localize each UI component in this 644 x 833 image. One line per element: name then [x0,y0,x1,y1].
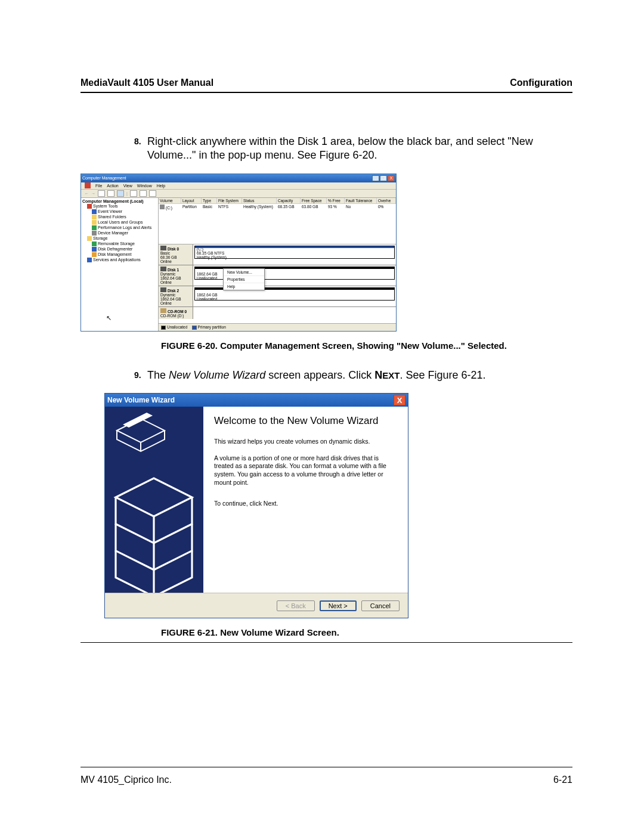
menu-new-volume[interactable]: New Volume... [224,269,264,276]
disk-row[interactable]: Disk 2Dynamic1862.64 GBOnline 1862.64 GB… [159,286,396,307]
menu-window[interactable]: Window [137,184,152,188]
tree-item: Storage [81,236,158,241]
wizard-sidebar [105,407,203,593]
minimize-button[interactable]: _ [372,175,379,181]
footer-left: MV 4105_Ciprico Inc. [80,775,172,785]
services-icon [87,258,92,262]
app-icon [85,182,91,188]
disk-icon [160,267,166,271]
wizard-heading: Welcome to the New Volume Wizard [214,415,397,427]
menu-help[interactable]: Help [224,283,264,290]
next-button[interactable]: Next > [320,600,357,611]
menu-view[interactable]: View [123,184,132,188]
disk-row[interactable]: CD-ROM 0CD-ROM (D:) [159,307,396,319]
header-rule [80,92,572,93]
page-footer: MV 4105_Ciprico Inc. 6-21 [80,767,572,785]
figure-6-20: Computer Management _ ❐ X File Action Vi… [80,174,572,332]
header-left: MediaVault 4105 User Manual [80,78,213,88]
cancel-button[interactable]: Cancel [361,600,400,611]
disk-stack-icon [111,413,197,593]
toolbar-button[interactable] [130,190,137,197]
wizard-p2: A volume is a portion of one or more har… [214,454,397,487]
disk-row[interactable]: Disk 1Dynamic1862.64 GBOnline 1862.64 GB… [159,265,396,286]
computer-management-window: Computer Management _ ❐ X File Action Vi… [80,174,397,332]
footer-rule [80,767,572,767]
tree-item: Disk Defragmenter [81,247,158,252]
wizard-p1: This wizard helps you create volumes on … [214,438,397,446]
toolbar-button[interactable] [140,190,147,197]
figure-6-21: New Volume Wizard X [104,393,572,618]
tree-item: Local Users and Groups [81,220,158,225]
volume-list: Volume Layout Type File System Status Ca… [159,198,396,244]
menu-file[interactable]: File [95,184,102,188]
nav-tree: Computer Management (Local) System Tools… [81,198,159,331]
toolbar-sep: | [126,191,128,196]
disk-icon [160,287,166,292]
step-8-text: Right-click anywhere within the Disk 1 a… [147,135,572,163]
wizard-button-row: < Back Next > Cancel [105,593,408,618]
toolbar-button[interactable] [107,190,114,197]
step-9: 9. The New Volume Wizard screen appears.… [80,368,572,382]
volume-icon [160,205,165,209]
maximize-button[interactable]: ❐ [380,175,387,181]
close-button[interactable]: X [394,395,405,405]
window-titlebar: Computer Management _ ❐ X [81,174,396,182]
toolbar: ← → | [81,190,396,198]
disk-row[interactable]: Disk 0Basic68.36 GBOnline (C:)68.35 GB N… [159,244,396,265]
header-right: Configuration [510,78,572,88]
legend-primary-icon [192,326,197,330]
defrag-icon [92,247,97,252]
folder-icon [87,236,92,241]
tree-root[interactable]: Computer Management (Local) [81,199,158,203]
disk-legend: Unallocated Primary partition [159,323,396,331]
tree-item: Shared Folders [81,215,158,219]
wizard-title: New Volume Wizard [107,396,175,404]
step-8: 8. Right-click anywhere within the Disk … [80,135,572,163]
partition-bar [195,246,394,248]
close-button[interactable]: X [388,175,395,181]
figure-6-21-caption: FIGURE 6-21. New Volume Wizard Screen. [161,627,572,637]
volume-row[interactable]: (C:) Partition Basic NTFS Healthy (Syste… [159,204,396,210]
new-volume-wizard-window: New Volume Wizard X [104,393,408,618]
tree-item: Device Manager [81,231,158,236]
tree-item: Services and Applications [81,258,158,262]
folder-icon [92,215,97,219]
menu-properties[interactable]: Properties [224,276,264,283]
content-end-rule [80,642,572,643]
wizard-content: Welcome to the New Volume Wizard This wi… [203,407,408,593]
disk-graphic-view: Disk 0Basic68.36 GBOnline (C:)68.35 GB N… [159,244,396,323]
perf-icon [92,225,97,230]
folder-icon [92,220,97,225]
nav-back-icon[interactable]: ← [85,191,89,196]
figure-6-20-caption: FIGURE 6-20. Computer Management Screen,… [161,340,572,351]
menu-bar: File Action View Window Help [81,182,396,190]
event-viewer-icon [92,209,97,214]
nav-fwd-icon[interactable]: → [91,191,95,196]
legend-unallocated-icon [161,326,166,330]
back-button[interactable]: < Back [277,600,315,611]
tree-item: Event Viewer [81,209,158,214]
toolbar-button[interactable] [149,190,156,197]
menu-help[interactable]: Help [157,184,165,188]
device-icon [92,231,97,236]
tree-item: Performance Logs and Alerts [81,225,158,230]
disk-icon [160,246,166,250]
menu-action[interactable]: Action [107,184,118,188]
tree-item: System Tools [81,204,158,209]
mouse-cursor-icon: ↖ [106,314,112,322]
tree-item: Removable Storage [81,241,158,246]
step-8-number: 8. [134,135,147,163]
tools-icon [87,204,92,209]
window-title: Computer Management [82,176,126,180]
toolbar-button[interactable] [98,190,105,197]
cdrom-icon [160,308,166,313]
step-9-text: The New Volume Wizard screen appears. Cl… [147,368,486,382]
disk-mgmt-icon [92,252,97,257]
removable-icon [92,241,97,246]
context-menu: New Volume... Properties Help [223,268,265,290]
toolbar-button[interactable] [117,190,124,197]
tree-item: Disk Management [81,252,158,257]
wizard-p3: To continue, click Next. [214,500,397,508]
footer-right: 6-21 [553,775,572,785]
wizard-titlebar: New Volume Wizard X [105,394,408,407]
